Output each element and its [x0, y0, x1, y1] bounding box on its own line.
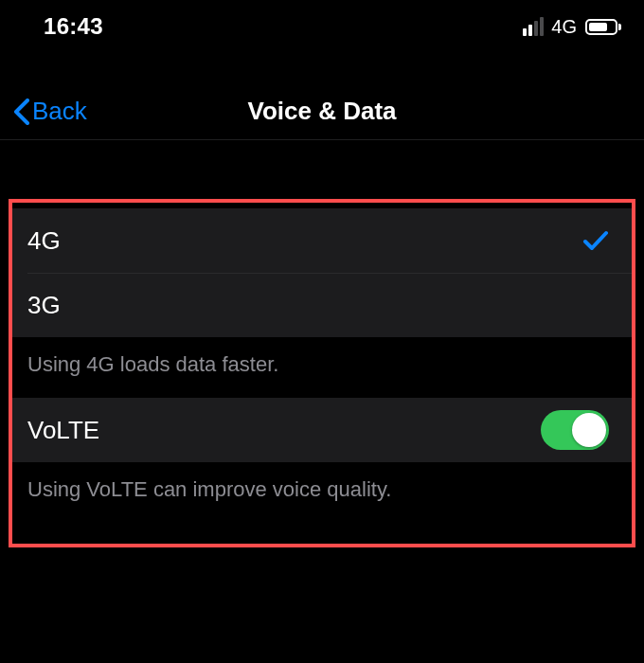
volte-footer: Using VoLTE can improve voice quality. [12, 462, 632, 523]
annotation-highlight: 4G 3G Using 4G loads data faster. VoLTE … [9, 199, 635, 547]
status-time: 16:43 [44, 13, 103, 40]
option-label: 3G [27, 291, 61, 320]
cellular-signal-icon [523, 17, 544, 36]
nav-bar: Back Voice & Data [0, 83, 644, 140]
chevron-left-icon [13, 99, 29, 125]
volte-toggle[interactable] [541, 410, 609, 450]
status-bar: 16:43 4G [0, 0, 644, 53]
checkmark-icon [582, 229, 609, 252]
status-right: 4G [523, 16, 621, 38]
network-mode-group: 4G 3G [12, 208, 632, 337]
volte-label: VoLTE [27, 416, 99, 445]
toggle-knob [572, 413, 606, 447]
volte-group: VoLTE [12, 398, 632, 462]
network-type-label: 4G [551, 16, 577, 38]
content: 4G 3G Using 4G loads data faster. VoLTE … [0, 140, 644, 547]
network-mode-footer: Using 4G loads data faster. [12, 337, 632, 398]
option-label: 4G [27, 226, 61, 256]
back-label: Back [32, 97, 87, 126]
volte-row[interactable]: VoLTE [12, 398, 632, 462]
back-button[interactable]: Back [0, 93, 100, 130]
option-3g[interactable]: 3G [27, 273, 632, 337]
battery-icon [585, 19, 621, 35]
option-4g[interactable]: 4G [12, 208, 632, 273]
